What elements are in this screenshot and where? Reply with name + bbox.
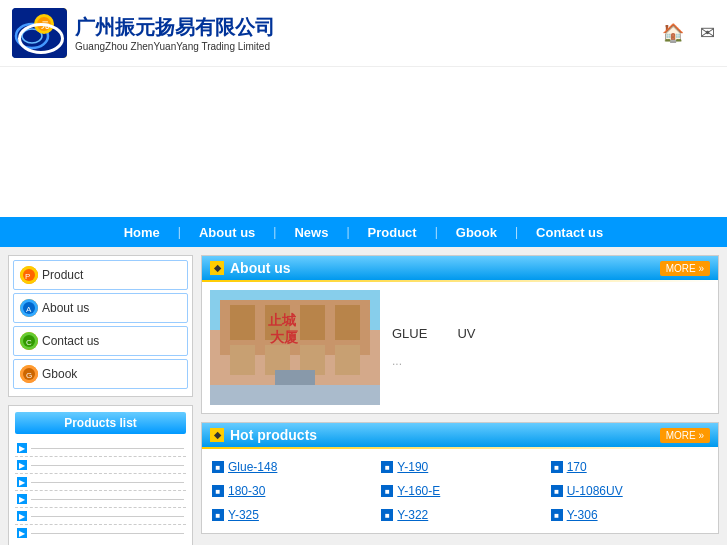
nav-sep-4: |	[435, 225, 438, 239]
svg-text:A: A	[26, 305, 32, 314]
svg-text:元: 元	[41, 21, 49, 30]
product-item-0[interactable]: ■ Glue-148	[210, 457, 371, 477]
header-icons: 🏠 ✉	[662, 22, 715, 44]
hot-products-body: ■ Glue-148 ■ Y-190 ■ 170 ■ 180-30	[202, 449, 718, 533]
uv-label: UV	[457, 324, 475, 345]
sidebar-item-about[interactable]: A About us	[13, 293, 188, 323]
sidebar-menu: P Product A About us C Contact us G	[8, 255, 193, 397]
about-section-title: About us	[230, 260, 291, 276]
content-area: ◆ About us MORE »	[201, 255, 719, 545]
banner	[0, 67, 727, 217]
list-item[interactable]: ▶	[15, 491, 186, 508]
products-grid: ■ Glue-148 ■ Y-190 ■ 170 ■ 180-30	[210, 457, 710, 525]
hot-products-header: ◆ Hot products MORE »	[202, 423, 718, 447]
logo-chinese: 广州振元扬易有限公司	[75, 14, 275, 41]
sidebar-gbook-label: Gbook	[42, 367, 77, 381]
product-item-4[interactable]: ■ Y-160-E	[379, 481, 540, 501]
nav-sep-3: |	[346, 225, 349, 239]
list-item[interactable]: ▶	[15, 525, 186, 541]
about-section: ◆ About us MORE »	[201, 255, 719, 414]
product-name-2[interactable]: 170	[567, 460, 587, 474]
product-item-8[interactable]: ■ Y-306	[549, 505, 710, 525]
product-name-7[interactable]: Y-322	[397, 508, 428, 522]
list-line-3	[31, 482, 184, 483]
svg-point-1	[16, 24, 48, 48]
main-content: P Product A About us C Contact us G	[0, 247, 727, 545]
about-body: 止城 大厦 GLUE UV ...	[202, 282, 718, 413]
svg-point-2	[22, 29, 42, 43]
about-section-icon: ◆	[210, 261, 224, 275]
product-name-6[interactable]: Y-325	[228, 508, 259, 522]
product-icon-5: ■	[551, 485, 563, 497]
product-item-6[interactable]: ■ Y-325	[210, 505, 371, 525]
sidebar-contact-icon: C	[20, 332, 38, 350]
list-arrow-6: ▶	[17, 528, 27, 538]
product-item-5[interactable]: ■ U-1086UV	[549, 481, 710, 501]
about-dots: ...	[392, 352, 710, 371]
hot-products-more-button[interactable]: MORE »	[660, 428, 710, 443]
product-icon-8: ■	[551, 509, 563, 521]
product-name-4[interactable]: Y-160-E	[397, 484, 440, 498]
about-section-header: ◆ About us MORE »	[202, 256, 718, 280]
sidebar-item-contact[interactable]: C Contact us	[13, 326, 188, 356]
sidebar: P Product A About us C Contact us G	[8, 255, 193, 545]
svg-rect-24	[335, 305, 360, 340]
glue-label: GLUE	[392, 324, 427, 345]
product-icon-1: ■	[381, 461, 393, 473]
logo-icon: 元	[12, 8, 67, 58]
nav-gbook[interactable]: Gbook	[438, 225, 515, 240]
nav-product[interactable]: Product	[350, 225, 435, 240]
list-arrow-3: ▶	[17, 477, 27, 487]
about-glue-uv: GLUE UV	[392, 324, 710, 345]
header: 元 广州振元扬易有限公司 GuangZhou ZhenYuanYang Trad…	[0, 0, 727, 67]
list-arrow-2: ▶	[17, 460, 27, 470]
nav-news[interactable]: News	[276, 225, 346, 240]
sidebar-item-gbook[interactable]: G Gbook	[13, 359, 188, 389]
list-item[interactable]: ▶	[15, 440, 186, 457]
product-name-1[interactable]: Y-190	[397, 460, 428, 474]
mail-icon[interactable]: ✉	[700, 22, 715, 44]
list-item[interactable]: ▶	[15, 457, 186, 474]
hot-products-title: Hot products	[230, 427, 317, 443]
logo-area: 元 广州振元扬易有限公司 GuangZhou ZhenYuanYang Trad…	[12, 8, 275, 58]
sidebar-product-icon: P	[20, 266, 38, 284]
product-name-5[interactable]: U-1086UV	[567, 484, 623, 498]
list-item[interactable]: ▶	[15, 508, 186, 525]
product-icon-7: ■	[381, 509, 393, 521]
hot-products-title-wrap: ◆ Hot products	[210, 427, 317, 443]
list-arrow-5: ▶	[17, 511, 27, 521]
about-more-button[interactable]: MORE »	[660, 261, 710, 276]
product-item-1[interactable]: ■ Y-190	[379, 457, 540, 477]
about-title-wrap: ◆ About us	[210, 260, 291, 276]
list-arrow-4: ▶	[17, 494, 27, 504]
nav-about[interactable]: About us	[181, 225, 273, 240]
product-name-0[interactable]: Glue-148	[228, 460, 277, 474]
list-line-2	[31, 465, 184, 466]
sidebar-item-product[interactable]: P Product	[13, 260, 188, 290]
logo-english: GuangZhou ZhenYuanYang Trading Limited	[75, 41, 275, 52]
sidebar-contact-label: Contact us	[42, 334, 99, 348]
product-item-7[interactable]: ■ Y-322	[379, 505, 540, 525]
nav-sep-1: |	[178, 225, 181, 239]
nav-contact[interactable]: Contact us	[518, 225, 621, 240]
svg-rect-28	[335, 345, 360, 375]
about-image: 止城 大厦	[210, 290, 380, 405]
hot-products-icon: ◆	[210, 428, 224, 442]
product-name-8[interactable]: Y-306	[567, 508, 598, 522]
svg-rect-21	[230, 305, 255, 340]
list-line-6	[31, 533, 184, 534]
sidebar-about-icon: A	[20, 299, 38, 317]
sidebar-product-label: Product	[42, 268, 83, 282]
nav-sep-2: |	[273, 225, 276, 239]
home-icon[interactable]: 🏠	[662, 22, 684, 44]
products-list-title: Products list	[15, 412, 186, 434]
about-text: GLUE UV ...	[392, 290, 710, 405]
list-item[interactable]: ▶	[15, 474, 186, 491]
nav-bar: Home | About us | News | Product | Gbook…	[0, 217, 727, 247]
svg-text:P: P	[25, 272, 30, 281]
product-name-3[interactable]: 180-30	[228, 484, 265, 498]
product-item-2[interactable]: ■ 170	[549, 457, 710, 477]
nav-home[interactable]: Home	[106, 225, 178, 240]
product-item-3[interactable]: ■ 180-30	[210, 481, 371, 501]
list-line-4	[31, 499, 184, 500]
